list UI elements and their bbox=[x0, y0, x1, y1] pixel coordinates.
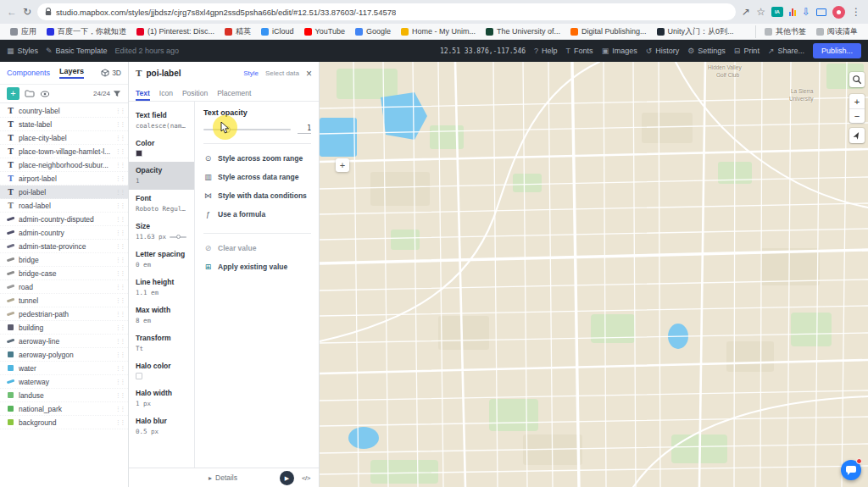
extension-chart-icon[interactable] bbox=[789, 8, 796, 16]
layer-row-road-label[interactable]: Troad-label⋮⋮ bbox=[0, 199, 128, 213]
drag-handle-icon[interactable]: ⋮⋮ bbox=[115, 406, 125, 412]
map-search-button[interactable] bbox=[849, 72, 865, 87]
layer-row-aeroway-polygon[interactable]: aeroway-polygon⋮⋮ bbox=[0, 348, 128, 362]
code-view-icon[interactable]: </> bbox=[302, 474, 310, 482]
layer-row-place-town-village-hamlet-l[interactable]: Tplace-town-village-hamlet-l...⋮⋮ bbox=[0, 145, 128, 158]
drag-handle-icon[interactable]: ⋮⋮ bbox=[115, 189, 125, 196]
drag-handle-icon[interactable]: ⋮⋮ bbox=[115, 243, 125, 250]
drag-handle-icon[interactable]: ⋮⋮ bbox=[115, 162, 125, 169]
map-canvas[interactable]: Hidden ValleyGolf ClubLa SierraUniversit… bbox=[320, 62, 868, 487]
bookmark-item[interactable]: Google bbox=[350, 25, 396, 38]
property-text-field[interactable]: Text fieldcoalesce(nam… bbox=[129, 107, 194, 135]
drag-handle-icon[interactable]: ⋮⋮ bbox=[115, 311, 125, 318]
drag-handle-icon[interactable]: ⋮⋮ bbox=[115, 121, 125, 128]
extension-download-icon[interactable]: ⇩ bbox=[802, 7, 810, 17]
property-halo-width[interactable]: Halo width1 px bbox=[129, 385, 194, 412]
layer-row-admin-country[interactable]: admin-country⋮⋮ bbox=[0, 226, 128, 240]
map-add-button[interactable]: + bbox=[336, 158, 349, 172]
add-layer-button[interactable]: + bbox=[7, 87, 19, 100]
close-icon[interactable]: × bbox=[306, 68, 312, 80]
layer-row-landuse[interactable]: landuse⋮⋮ bbox=[0, 389, 128, 402]
layer-row-background[interactable]: background⋮⋮ bbox=[0, 416, 128, 429]
property-line-height[interactable]: Line height1.1 em bbox=[129, 274, 194, 302]
profile-avatar[interactable] bbox=[832, 6, 845, 19]
back-icon[interactable]: ← bbox=[7, 7, 17, 17]
drag-handle-icon[interactable]: ⋮⋮ bbox=[115, 351, 125, 358]
drag-handle-icon[interactable]: ⋮⋮ bbox=[115, 270, 125, 277]
apply-existing-value-button[interactable]: ⊞ Apply existing value bbox=[203, 257, 311, 276]
tab-placement[interactable]: Placement bbox=[217, 89, 251, 101]
bookmark-item[interactable]: Unity入门：从0到... bbox=[652, 25, 739, 38]
use-a-formula-button[interactable]: ƒUse a formula bbox=[203, 205, 311, 224]
size-slider[interactable] bbox=[170, 236, 186, 238]
style-name[interactable]: ✎ Basic Template bbox=[46, 47, 107, 55]
layer-row-aeroway-line[interactable]: aeroway-line⋮⋮ bbox=[0, 335, 128, 348]
layer-row-bridge-case[interactable]: bridge-case⋮⋮ bbox=[0, 267, 128, 280]
drag-handle-icon[interactable]: ⋮⋮ bbox=[115, 148, 125, 155]
opacity-value-input[interactable]: 1 bbox=[298, 125, 311, 134]
bookmark-item[interactable]: 应用 bbox=[5, 25, 42, 38]
drag-handle-icon[interactable]: ⋮⋮ bbox=[115, 175, 125, 182]
bookmark-item[interactable]: Home - My Unim... bbox=[396, 25, 481, 38]
layer-row-pedestrian-path[interactable]: pedestrian-path⋮⋮ bbox=[0, 307, 128, 321]
bookmark-item[interactable]: The University of... bbox=[481, 25, 565, 38]
tab-text[interactable]: Text bbox=[136, 89, 150, 101]
drag-handle-icon[interactable]: ⋮⋮ bbox=[115, 392, 125, 399]
drag-handle-icon[interactable]: ⋮⋮ bbox=[115, 202, 125, 209]
layer-row-national-park[interactable]: national_park⋮⋮ bbox=[0, 402, 128, 416]
property-halo-color[interactable]: Halo color bbox=[129, 357, 194, 385]
zoom-out-button[interactable]: − bbox=[849, 108, 865, 123]
property-halo-blur[interactable]: Halo blur0.5 px bbox=[129, 412, 194, 440]
property-font[interactable]: FontRoboto Regul… bbox=[129, 190, 194, 218]
bookmark-item[interactable]: 阅读清单 bbox=[811, 25, 863, 38]
bookmark-item[interactable]: iCloud bbox=[256, 25, 299, 38]
reload-icon[interactable]: ↻ bbox=[23, 7, 31, 17]
tab-icon[interactable]: Icon bbox=[159, 89, 173, 101]
extension-monitor-icon[interactable] bbox=[816, 8, 826, 16]
slider-knob[interactable] bbox=[224, 126, 231, 133]
select-data-tab[interactable]: Select data bbox=[265, 69, 299, 77]
drag-handle-icon[interactable]: ⋮⋮ bbox=[115, 216, 125, 223]
drag-handle-icon[interactable]: ⋮⋮ bbox=[115, 379, 125, 385]
layer-row-place-city-label[interactable]: Tplace-city-label⋮⋮ bbox=[0, 131, 128, 145]
layer-row-building[interactable]: building⋮⋮ bbox=[0, 321, 128, 335]
share-icon[interactable]: ↗ bbox=[742, 7, 750, 17]
layer-row-water[interactable]: water⋮⋮ bbox=[0, 362, 128, 375]
publish-button[interactable]: Publish... bbox=[813, 43, 861, 58]
opacity-slider[interactable] bbox=[203, 129, 291, 130]
compass-button[interactable] bbox=[849, 128, 865, 143]
layer-row-state-label[interactable]: Tstate-label⋮⋮ bbox=[0, 118, 128, 131]
layer-row-admin-state-province[interactable]: admin-state-province⋮⋮ bbox=[0, 240, 128, 253]
layer-row-admin-country-disputed[interactable]: admin-country-disputed⋮⋮ bbox=[0, 213, 128, 226]
layer-row-waterway[interactable]: waterway⋮⋮ bbox=[0, 375, 128, 389]
drag-handle-icon[interactable]: ⋮⋮ bbox=[115, 365, 125, 372]
bookmark-item[interactable]: 精英 bbox=[220, 25, 256, 38]
property-color[interactable]: Color bbox=[129, 135, 194, 162]
layer-row-airport-label[interactable]: Tairport-label⋮⋮ bbox=[0, 172, 128, 185]
property-transform[interactable]: TransformTt bbox=[129, 329, 194, 357]
bookmark-item[interactable]: (1) Pinterest: Disc... bbox=[131, 25, 220, 38]
tab-components[interactable]: Components bbox=[7, 69, 50, 77]
bookmark-item[interactable]: 其他书签 bbox=[760, 25, 811, 38]
tab-position[interactable]: Position bbox=[182, 89, 208, 101]
property-letter-spacing[interactable]: Letter spacing0 em bbox=[129, 246, 194, 274]
layer-row-poi-label[interactable]: Tpoi-label⋮⋮ bbox=[0, 185, 128, 199]
drag-handle-icon[interactable]: ⋮⋮ bbox=[115, 338, 125, 345]
drag-handle-icon[interactable]: ⋮⋮ bbox=[115, 419, 125, 426]
toolbar-print[interactable]: ⊟Print bbox=[734, 47, 760, 55]
star-icon[interactable]: ☆ bbox=[756, 7, 765, 17]
property-opacity[interactable]: Opacity1 bbox=[129, 162, 194, 190]
property-size[interactable]: Size11.63 px bbox=[129, 218, 194, 246]
drag-handle-icon[interactable]: ⋮⋮ bbox=[115, 108, 125, 114]
bookmark-item[interactable]: YouTube bbox=[299, 25, 350, 38]
layer-row-road[interactable]: road⋮⋮ bbox=[0, 280, 128, 294]
toolbar-settings[interactable]: ⚙Settings bbox=[687, 47, 726, 55]
extension-ia-icon[interactable]: IA bbox=[771, 7, 783, 17]
drag-handle-icon[interactable]: ⋮⋮ bbox=[115, 324, 125, 331]
drag-handle-icon[interactable]: ⋮⋮ bbox=[115, 135, 125, 141]
eye-icon[interactable] bbox=[40, 90, 50, 98]
drag-handle-icon[interactable]: ⋮⋮ bbox=[115, 230, 125, 236]
style-with-data-conditions-button[interactable]: ⋈Style with data conditions bbox=[203, 186, 311, 205]
drag-handle-icon[interactable]: ⋮⋮ bbox=[115, 284, 125, 291]
toolbar-share[interactable]: ↗Share... bbox=[768, 47, 804, 55]
